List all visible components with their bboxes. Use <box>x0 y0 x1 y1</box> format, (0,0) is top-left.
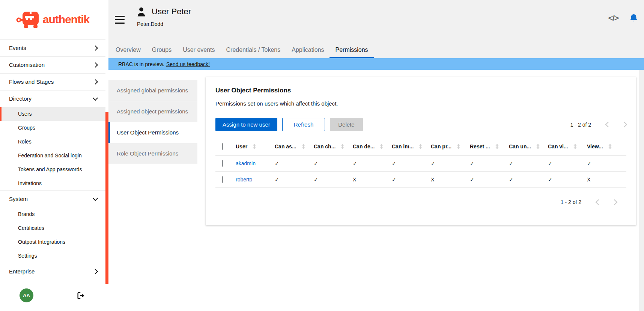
banner-text: RBAC is in preview. <box>118 61 164 67</box>
pagination-label: 1 - 2 of 2 <box>561 199 581 205</box>
tab-label: Groups <box>152 47 172 53</box>
tab-label: User events <box>183 47 215 53</box>
sidebar-item-roles[interactable]: Roles <box>0 135 105 149</box>
column-header: Can pr... <box>431 143 451 149</box>
sidebar-item-label: Roles <box>18 139 32 145</box>
sort-icon[interactable] <box>573 144 577 149</box>
permission-mark: ✓ <box>548 177 587 183</box>
sort-icon[interactable] <box>418 144 423 149</box>
select-all-checkbox[interactable] <box>222 143 223 150</box>
column-header: Can im... <box>392 143 414 149</box>
sidebar-item-label: Invitations <box>18 180 42 186</box>
tab-overview[interactable]: Overview <box>110 41 146 58</box>
subtab-assigned-global-permissions[interactable]: Assigned global permissions <box>108 80 197 101</box>
sidebar-scrollbar[interactable] <box>105 0 108 311</box>
permission-mark: X <box>431 177 470 183</box>
pager-prev-button[interactable] <box>605 122 611 128</box>
permission-subtabs: Assigned global permissions Assigned obj… <box>108 80 197 164</box>
main-area: User Peter Peter.Dodd </> Overview Group… <box>108 0 644 311</box>
sort-icon[interactable] <box>252 144 256 149</box>
sidebar-item-events[interactable]: Events <box>0 40 105 57</box>
pager-prev-button[interactable] <box>596 199 602 205</box>
row-checkbox[interactable] <box>222 160 223 167</box>
user-link[interactable]: roberto <box>236 177 252 183</box>
sort-icon[interactable] <box>340 144 345 149</box>
permission-mark: ✓ <box>470 177 509 183</box>
api-code-icon[interactable]: </> <box>608 14 618 23</box>
subtab-label: Assigned global permissions <box>117 87 188 94</box>
sidebar-item-system[interactable]: System <box>0 191 105 207</box>
sidebar-item-customisation[interactable]: Customisation <box>0 57 105 74</box>
pager-next-button[interactable] <box>612 199 618 205</box>
sidebar-footer: AA <box>0 280 105 311</box>
sort-icon[interactable] <box>536 144 540 149</box>
sign-out-icon[interactable] <box>77 292 85 299</box>
sidebar-item-outpost-integrations[interactable]: Outpost Integrations <box>0 235 105 249</box>
content-scrollbar[interactable] <box>639 70 644 311</box>
header-icons: </> <box>608 14 638 23</box>
subtab-user-object-permissions[interactable]: User Object Permissions <box>108 122 197 143</box>
sidebar-item-flows-and-stages[interactable]: Flows and Stages <box>0 74 105 91</box>
sidebar: authentik Events Customisation Flows and… <box>0 0 105 311</box>
permission-mark: ✓ <box>509 160 548 166</box>
notification-bell-icon[interactable] <box>629 14 638 23</box>
tab-bar: Overview Groups User events Credentials … <box>108 41 644 58</box>
tab-user-events[interactable]: User events <box>177 41 220 58</box>
sidebar-item-invitations[interactable]: Invitations <box>0 177 105 190</box>
tab-label: Overview <box>116 47 141 53</box>
sidebar-item-federation-social-login[interactable]: Federation and Social login <box>0 149 105 163</box>
pagination-top: 1 - 2 of 2 <box>570 122 626 128</box>
user-link[interactable]: akadmin <box>236 160 256 166</box>
pager-next-button[interactable] <box>621 122 627 128</box>
permission-mark: ✓ <box>392 177 431 183</box>
subtab-assigned-object-permissions[interactable]: Assigned object permissions <box>108 101 197 122</box>
column-header: Can vi... <box>548 143 568 149</box>
sort-icon[interactable] <box>379 144 384 149</box>
pagination-label: 1 - 2 of 2 <box>570 122 591 128</box>
sort-icon[interactable] <box>608 144 612 149</box>
tab-label: Applications <box>292 47 324 53</box>
sidebar-item-brands[interactable]: Brands <box>0 207 105 221</box>
page-title: User Peter <box>152 7 191 17</box>
menu-toggle-button[interactable] <box>115 16 125 24</box>
sidebar-item-settings[interactable]: Settings <box>0 249 105 263</box>
authentik-logo-text: authentik <box>43 13 89 26</box>
sidebar-item-tokens-app-passwords[interactable]: Tokens and App passwords <box>0 163 105 177</box>
main-header: User Peter Peter.Dodd </> <box>108 0 644 41</box>
table-row: roberto ✓ ✓ X ✓ X ✓ ✓ ✓ X <box>215 172 626 188</box>
authentik-logo: authentik <box>0 0 105 40</box>
sidebar-item-groups[interactable]: Groups <box>0 121 105 135</box>
tab-applications[interactable]: Applications <box>286 41 330 58</box>
sidebar-item-label: Users <box>18 111 32 117</box>
feedback-link[interactable]: Send us feedback! <box>166 61 210 67</box>
column-header: View... <box>587 143 603 149</box>
sidebar-item-directory[interactable]: Directory <box>0 91 105 107</box>
sort-icon[interactable] <box>456 144 460 149</box>
tab-credentials-tokens[interactable]: Credentials / Tokens <box>221 41 286 58</box>
assign-to-new-user-button[interactable]: Assign to new user <box>215 118 277 131</box>
subtab-role-object-permissions[interactable]: Role Object Permissions <box>108 143 197 164</box>
subtab-label: User Object Permissions <box>117 129 179 136</box>
permission-mark: ✓ <box>470 160 509 166</box>
column-header: Can un... <box>509 143 531 149</box>
permission-mark: ✓ <box>431 160 470 166</box>
chevron-down-icon <box>93 196 98 201</box>
sort-icon[interactable] <box>301 144 305 149</box>
sidebar-item-certificates[interactable]: Certificates <box>0 221 105 235</box>
sidebar-scrollbar-thumb[interactable] <box>105 112 108 284</box>
column-header: Can ch... <box>314 143 336 149</box>
sidebar-item-enterprise[interactable]: Enterprise <box>0 263 105 280</box>
refresh-button[interactable]: Refresh <box>282 118 325 131</box>
sort-icon[interactable] <box>495 144 499 149</box>
tab-groups[interactable]: Groups <box>146 41 177 58</box>
sidebar-item-users[interactable]: Users <box>0 107 105 121</box>
column-header: Can de... <box>353 143 375 149</box>
row-checkbox[interactable] <box>222 176 223 183</box>
avatar[interactable]: AA <box>20 288 33 302</box>
sidebar-item-label: Events <box>9 45 26 51</box>
chevron-right-icon <box>93 45 98 51</box>
tab-permissions[interactable]: Permissions <box>330 41 373 58</box>
permission-mark: ✓ <box>548 160 587 166</box>
pagination-bottom: 1 - 2 of 2 <box>215 199 626 205</box>
sidebar-item-label: Federation and Social login <box>18 152 82 159</box>
